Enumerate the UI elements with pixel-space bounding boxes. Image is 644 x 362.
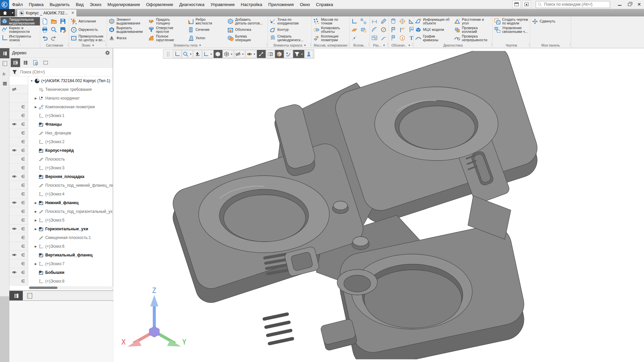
mode-sketch-tools[interactable]: Инструментыэскиза xyxy=(0,34,40,42)
dimension-diameter-button[interactable] xyxy=(379,25,388,34)
document-tab[interactable]: Корпус _ АЮИЖ.732... ✕ xyxy=(17,9,77,16)
screen-settings-button[interactable] xyxy=(522,1,531,8)
new-document-button[interactable] xyxy=(40,17,49,25)
tree-row[interactable]: ∈▶Нижний_фланец xyxy=(9,198,113,207)
mark-base-button[interactable]: E xyxy=(389,25,398,34)
array-by-points-button[interactable]: Массив поточкам xyxy=(312,17,349,25)
tree-row[interactable]: ∈Корпус+перёд xyxy=(9,146,113,155)
tree-components-button[interactable] xyxy=(31,58,40,67)
expand-right-icon[interactable]: ▶ xyxy=(34,228,38,231)
expand-right-icon[interactable]: ▶ xyxy=(34,219,38,222)
home-menu-caret[interactable]: ▼ xyxy=(10,9,15,16)
screen-layout-button[interactable] xyxy=(512,1,521,8)
cut-extrude-button[interactable]: Вырезатьвыдавливанием xyxy=(107,25,147,34)
tree-row[interactable]: Технические требования xyxy=(9,85,113,94)
3d-model[interactable] xyxy=(142,51,544,359)
mass-properties-button[interactable]: МЦХ модели xyxy=(414,25,452,34)
menu-диагностика[interactable]: Диагностика xyxy=(176,0,207,9)
rib-button[interactable]: Реброжесткости xyxy=(186,17,226,25)
tree-filter-icon[interactable] xyxy=(9,68,19,76)
create-drawing-button[interactable]: Создать чертежпо модели xyxy=(493,17,530,25)
tree-row[interactable]: ▼(+)АЮИЖ.732184.002 Корпус (Тел-1) xyxy=(9,76,113,85)
group-options-icon[interactable]: ⁞ xyxy=(491,43,492,47)
dimension-free-button[interactable] xyxy=(379,17,388,25)
parameters-tab[interactable] xyxy=(23,291,36,300)
gear-icon[interactable] xyxy=(105,50,110,55)
group-options-icon[interactable]: ⁞ xyxy=(529,43,530,47)
group-options-icon[interactable]: ⁞ xyxy=(387,43,388,47)
copy-objects-button[interactable]: Копироватьобъекты xyxy=(312,25,349,34)
group-options-icon[interactable]: ⁞ xyxy=(105,43,106,47)
section-surface-button[interactable]: Сечение xyxy=(186,25,226,34)
menu-эскиз[interactable]: Эскиз xyxy=(87,0,104,9)
group-options-icon[interactable]: ⁞ xyxy=(310,43,311,47)
mode-solid-modeling[interactable]: Твердотельноемоделирование xyxy=(0,17,40,25)
tree-row[interactable]: ∈▶Плоскость_под_горизонтальный_ух xyxy=(9,207,113,216)
point-by-coordinates-button[interactable]: Точка покоординатам xyxy=(268,17,311,25)
visibility-eye-icon[interactable] xyxy=(9,122,19,127)
group-options-icon[interactable]: ⁞ xyxy=(348,43,349,47)
menu-окно[interactable]: Окно xyxy=(297,0,313,9)
hidden-eye-icon[interactable] xyxy=(9,87,19,92)
object-info-button[interactable]: ?Информация обобъекте xyxy=(414,17,452,25)
boolean-button[interactable]: Булеваоперация xyxy=(226,34,265,42)
full-fillet-button[interactable]: Полноескругление xyxy=(147,34,186,42)
group-options-icon[interactable]: ⁞ xyxy=(412,43,413,47)
visibility-eye-icon[interactable] xyxy=(9,148,19,153)
datum-plane-button[interactable] xyxy=(350,25,359,34)
visibility-eye-icon[interactable] xyxy=(9,252,19,257)
tree-row[interactable]: ∈▶Горизонтальные_ухи xyxy=(9,225,113,233)
expand-right-icon[interactable]: ▶ xyxy=(34,97,38,100)
group-dropdown-icon[interactable]: ▼ xyxy=(92,44,94,47)
tree-row[interactable]: ∈(+)Эскиз:8 xyxy=(9,277,113,286)
tree-search-input[interactable] xyxy=(19,69,113,75)
spiral-button[interactable]: Спиральцилиндрическ... xyxy=(268,34,311,42)
tree-row[interactable]: ∈Фланцы xyxy=(9,120,113,129)
group-options-icon[interactable]: ⁞ xyxy=(266,43,267,47)
group-dropdown-icon[interactable]: ▼ xyxy=(408,44,411,47)
save-button[interactable] xyxy=(58,17,67,25)
tree-structure-button[interactable] xyxy=(21,58,30,67)
tree-row[interactable]: ∈Бобышки xyxy=(9,268,113,277)
expand-right-icon[interactable]: ▶ xyxy=(34,106,38,109)
panel-menu-button[interactable] xyxy=(0,78,9,88)
component-placement-button[interactable] xyxy=(359,25,368,34)
menu-выделить[interactable]: Выделить xyxy=(47,0,73,9)
draft-button[interactable]: Уклон xyxy=(186,34,226,42)
geometry-collection-button[interactable]: Коллекциягеометрии xyxy=(312,34,349,42)
dimension-leader-button[interactable] xyxy=(379,34,388,42)
group-dropdown-icon[interactable]: ▼ xyxy=(304,44,306,47)
menu-правка[interactable]: Правка xyxy=(26,0,47,9)
graphics-viewport[interactable]: ▼▼▼▼▼▼ xyxy=(113,48,644,362)
extrude-button[interactable]: Элементвыдавливания xyxy=(107,17,147,25)
menu-моделирование[interactable]: Моделирование xyxy=(104,0,143,9)
menu-справка[interactable]: Справка xyxy=(313,0,336,9)
close-window-button[interactable]: ✕ xyxy=(634,0,644,9)
visibility-eye-icon[interactable] xyxy=(9,270,19,275)
tree-tab[interactable] xyxy=(9,291,23,300)
dimension-table-button[interactable] xyxy=(370,34,379,42)
group-dropdown-icon[interactable]: ▼ xyxy=(383,44,385,47)
menu-управление[interactable]: Управление xyxy=(208,0,238,9)
rectangle-button[interactable]: Прямоугольникпо центру и ве... xyxy=(69,34,106,42)
tree-row[interactable]: ∈Плоскость_под_нижний_фланец_ли xyxy=(9,181,113,190)
tree-row[interactable]: ∈Верхняя_площадка xyxy=(9,172,113,181)
mark-cylinder-button[interactable] xyxy=(389,17,398,25)
thicken-button[interactable]: Придатьтолщину xyxy=(147,17,186,25)
command-search-input[interactable] xyxy=(536,1,610,8)
autoline-button[interactable]: Автолиния xyxy=(69,17,106,25)
move-button[interactable]: Сдвинуть xyxy=(530,17,571,25)
redo-button[interactable] xyxy=(49,34,58,42)
control-points-button[interactable] xyxy=(359,17,368,25)
tree-row[interactable]: ∈Смещенная плоскость:1 xyxy=(9,233,113,242)
local-csys-button[interactable] xyxy=(350,17,359,25)
linked-documents-button[interactable]: Управлениесвязанными ч... xyxy=(493,25,530,34)
tree-row[interactable]: ∈(+)Эскиз:2 xyxy=(9,137,113,146)
visibility-eye-icon[interactable] xyxy=(9,200,19,205)
tree-row[interactable]: ∈▶(+)Эскиз:5 xyxy=(9,216,113,225)
mode-wireframe-surfaces[interactable]: Каркас иповерхности xyxy=(0,25,40,34)
tree-composition-button[interactable]: 12 xyxy=(11,58,20,67)
tree-row[interactable]: ▶Начало координат xyxy=(9,94,113,103)
expand-right-icon[interactable]: ▶ xyxy=(34,245,38,248)
circle-button[interactable]: Окружность xyxy=(69,25,106,34)
